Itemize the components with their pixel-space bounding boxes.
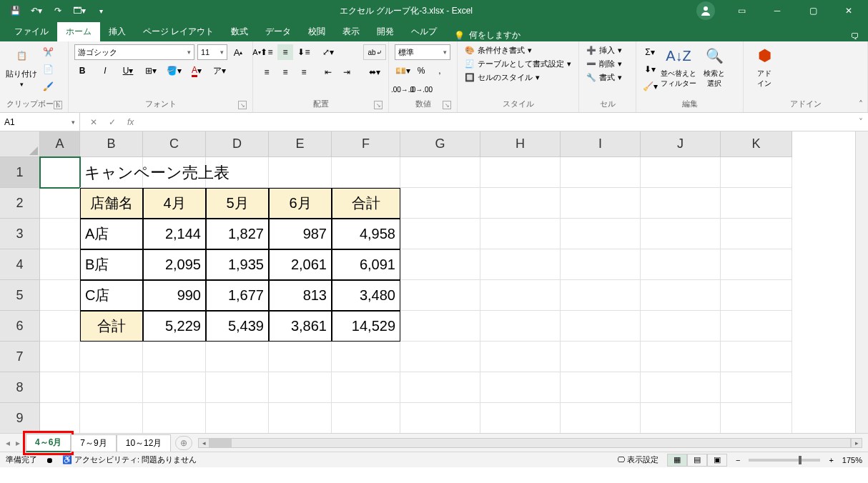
cell-B7[interactable] — [80, 342, 143, 372]
paste-button[interactable]: 📋 貼り付け ▾ — [6, 44, 37, 88]
view-page-break-icon[interactable]: ▣ — [707, 454, 727, 467]
accessibility-status[interactable]: ♿ アクセシビリティ: 問題ありません — [62, 454, 197, 465]
account-icon[interactable] — [696, 1, 715, 20]
data-cell-E6[interactable]: 3,861 — [269, 311, 332, 342]
cell-J2[interactable] — [641, 188, 721, 219]
cell-F7[interactable] — [332, 342, 400, 372]
data-cell-B6[interactable]: 合計 — [80, 311, 143, 342]
close-icon[interactable]: ✕ — [832, 0, 865, 21]
col-header-E[interactable]: E — [269, 131, 332, 157]
phonetic-icon[interactable]: ア▾ — [212, 63, 227, 79]
align-top-icon[interactable]: ⬆≡ — [259, 44, 275, 60]
cell-I4[interactable] — [561, 249, 641, 280]
data-cell-B2[interactable]: 店舗名 — [80, 188, 143, 219]
ribbon-display-icon[interactable]: ▭ — [725, 0, 758, 21]
cell-J7[interactable] — [641, 342, 721, 372]
row-header-6[interactable]: 6 — [0, 311, 40, 342]
data-cell-D5[interactable]: 1,677 — [206, 280, 269, 311]
tab-file[interactable]: ファイル — [6, 22, 57, 41]
cell-G3[interactable] — [400, 219, 480, 249]
zoom-in-icon[interactable]: + — [829, 456, 833, 464]
tab-view[interactable]: 表示 — [334, 22, 368, 41]
col-header-A[interactable]: A — [40, 131, 80, 157]
increase-decimal-icon[interactable]: .00→.0 — [395, 81, 410, 97]
cell-A8[interactable] — [40, 372, 80, 403]
cell-K6[interactable] — [721, 311, 792, 342]
cell-K9[interactable] — [721, 403, 792, 433]
data-cell-D3[interactable]: 1,827 — [206, 219, 269, 249]
view-page-layout-icon[interactable]: ▤ — [687, 454, 707, 467]
col-header-D[interactable]: D — [206, 131, 269, 157]
tab-review[interactable]: 校閲 — [300, 22, 334, 41]
maximize-icon[interactable]: ▢ — [797, 0, 829, 21]
redo-icon[interactable]: ↷ — [50, 3, 66, 19]
italic-button[interactable]: I — [97, 63, 113, 79]
cell-F8[interactable] — [332, 372, 400, 403]
format-as-table-button[interactable]: 🧾テーブルとして書式設定 ▾ — [463, 58, 573, 70]
copy-icon[interactable]: 📄 — [40, 61, 56, 77]
view-normal-icon[interactable]: ▦ — [667, 454, 687, 467]
data-cell-C5[interactable]: 990 — [143, 280, 206, 311]
data-cell-E3[interactable]: 987 — [269, 219, 332, 249]
zoom-out-icon[interactable]: − — [736, 456, 740, 464]
undo-icon[interactable]: ↶▾ — [29, 3, 44, 19]
cell-K7[interactable] — [721, 342, 792, 372]
row-header-7[interactable]: 7 — [0, 342, 40, 372]
percent-icon[interactable]: % — [413, 63, 429, 79]
delete-cells-button[interactable]: ➖削除 ▾ — [585, 58, 623, 70]
cell-A7[interactable] — [40, 342, 80, 372]
col-header-H[interactable]: H — [480, 131, 561, 157]
cell-J5[interactable] — [641, 280, 721, 311]
cell-A4[interactable] — [40, 249, 80, 280]
cell-A3[interactable] — [40, 219, 80, 249]
save-icon[interactable]: 💾 — [7, 3, 23, 19]
macro-record-icon[interactable]: ⏺ — [46, 456, 54, 464]
cell-D7[interactable] — [206, 342, 269, 372]
data-cell-C6[interactable]: 5,229 — [143, 311, 206, 342]
cell-J3[interactable] — [641, 219, 721, 249]
clear-icon[interactable]: 🧹▾ — [642, 79, 658, 94]
name-box[interactable]: A1▾ — [0, 113, 80, 131]
cell-I9[interactable] — [561, 403, 641, 433]
col-header-B[interactable]: B — [80, 131, 143, 157]
data-cell-F6[interactable]: 14,529 — [332, 311, 400, 342]
data-cell-F2[interactable]: 合計 — [332, 188, 400, 219]
row-header-2[interactable]: 2 — [0, 188, 40, 219]
font-color-icon[interactable]: A▾ — [189, 63, 204, 79]
cell-H3[interactable] — [480, 219, 561, 249]
col-header-F[interactable]: F — [332, 131, 400, 157]
cell-H2[interactable] — [480, 188, 561, 219]
cell-B8[interactable] — [80, 372, 143, 403]
title-cell[interactable]: キャンペーン売上表 — [80, 157, 234, 188]
cell-K1[interactable] — [721, 157, 792, 188]
data-cell-C3[interactable]: 2,144 — [143, 219, 206, 249]
orientation-icon[interactable]: ⤢▾ — [320, 44, 336, 60]
col-header-K[interactable]: K — [721, 131, 792, 157]
tab-developer[interactable]: 開発 — [368, 22, 403, 41]
cell-J9[interactable] — [641, 403, 721, 433]
cell-I1[interactable] — [561, 157, 641, 188]
font-name-combo[interactable]: 游ゴシック▾ — [74, 44, 194, 60]
sheet-tab-2[interactable]: 7～9月 — [71, 434, 116, 452]
cell-E7[interactable] — [269, 342, 332, 372]
cell-K5[interactable] — [721, 280, 792, 311]
data-cell-D4[interactable]: 1,935 — [206, 249, 269, 280]
cell-G2[interactable] — [400, 188, 480, 219]
tab-formulas[interactable]: 数式 — [222, 22, 257, 41]
row-header-3[interactable]: 3 — [0, 219, 40, 249]
cell-H9[interactable] — [480, 403, 561, 433]
data-cell-F4[interactable]: 6,091 — [332, 249, 400, 280]
cell-G1[interactable] — [400, 157, 480, 188]
row-header-4[interactable]: 4 — [0, 249, 40, 280]
data-cell-F5[interactable]: 3,480 — [332, 280, 400, 311]
cell-I7[interactable] — [561, 342, 641, 372]
data-cell-E5[interactable]: 813 — [269, 280, 332, 311]
cell-A9[interactable] — [40, 403, 80, 433]
font-size-combo[interactable]: 11▾ — [197, 44, 227, 60]
row-header-1[interactable]: 1 — [0, 157, 40, 188]
bold-button[interactable]: B — [74, 63, 90, 79]
decrease-decimal-icon[interactable]: .0→.00 — [413, 81, 429, 97]
cell-J8[interactable] — [641, 372, 721, 403]
cell-J6[interactable] — [641, 311, 721, 342]
cell-K4[interactable] — [721, 249, 792, 280]
